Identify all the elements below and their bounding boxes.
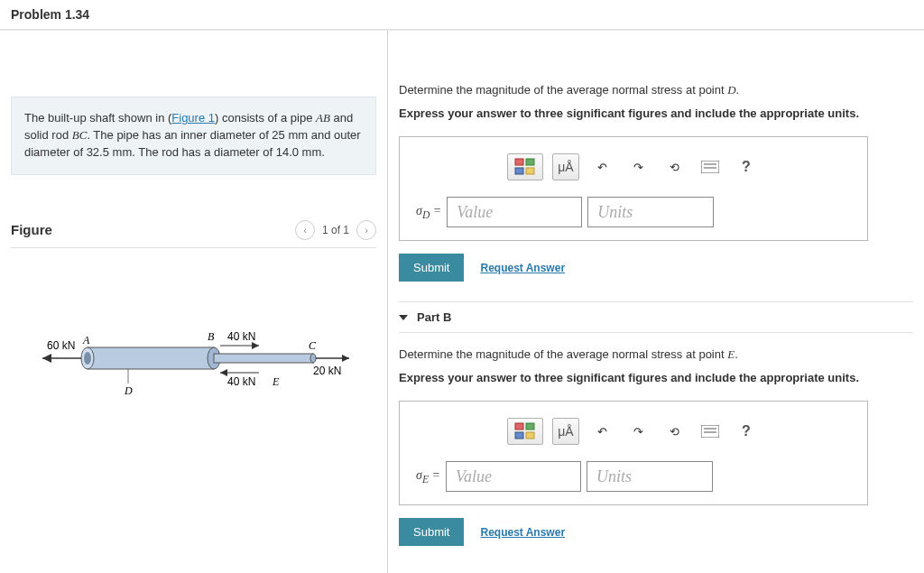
part-b-header[interactable]: Part B [399, 301, 913, 333]
svg-text:40 kN: 40 kN [227, 330, 255, 343]
template-icon[interactable] [507, 418, 543, 445]
svg-rect-27 [701, 161, 719, 173]
part-d-block: Determine the magnitude of the average n… [399, 47, 913, 282]
part-b-request-answer-link[interactable]: Request Answer [480, 526, 565, 539]
svg-text:40 kN: 40 kN [227, 375, 255, 388]
svg-rect-30 [515, 423, 523, 430]
template-icon[interactable] [507, 153, 543, 180]
left-pane: The built-up shaft shown in (Figure 1) c… [0, 31, 388, 573]
figure-title: Figure [11, 222, 52, 237]
part-d-instructions: Express your answer to three significant… [399, 106, 913, 120]
help-icon[interactable]: ? [733, 153, 760, 180]
figure-link[interactable]: Figure 1 [171, 111, 215, 125]
keyboard-icon[interactable] [697, 418, 724, 445]
pager-text: 1 of 1 [322, 224, 349, 236]
svg-text:B: B [208, 330, 215, 343]
problem-title: Problem 1.34 [11, 7, 89, 22]
label-60kn: 60 kN [47, 339, 75, 352]
part-b-submit-button[interactable]: Submit [399, 518, 464, 546]
figure-pager: ‹ 1 of 1 › [295, 220, 376, 240]
svg-point-3 [84, 352, 91, 365]
pager-prev-button[interactable]: ‹ [295, 220, 315, 240]
svg-marker-7 [42, 354, 51, 363]
svg-text:C: C [309, 339, 317, 352]
part-b-value-input[interactable]: Value [446, 461, 581, 492]
redo-icon[interactable]: ↷ [624, 418, 651, 445]
sigma-d-label: σD = [416, 204, 441, 221]
chevron-down-icon [399, 315, 408, 320]
svg-text:E: E [272, 375, 280, 388]
part-d-answer-row: σD = Value Units [416, 197, 851, 227]
problem-header: Problem 1.34 [0, 0, 924, 30]
svg-text:20 kN: 20 kN [313, 365, 341, 377]
svg-rect-33 [526, 432, 534, 439]
part-d-value-input[interactable]: Value [447, 197, 582, 227]
part-b-units-input[interactable]: Units [587, 461, 713, 492]
right-pane: Determine the magnitude of the average n… [388, 31, 924, 573]
svg-rect-31 [526, 423, 534, 430]
keyboard-icon[interactable] [697, 153, 724, 180]
svg-marker-18 [342, 355, 349, 362]
figure-header: Figure ‹ 1 of 1 › [11, 220, 376, 248]
svg-rect-4 [214, 354, 313, 363]
svg-rect-24 [526, 159, 534, 165]
svg-marker-14 [220, 369, 227, 376]
part-b-answer-box: μÅ ↶ ↷ ⟲ ? σE = Value Units [399, 401, 868, 505]
svg-rect-23 [515, 159, 523, 165]
svg-point-5 [310, 354, 316, 363]
pager-next-button[interactable]: › [356, 220, 376, 240]
part-b-prompt: Determine the magnitude of the average n… [399, 347, 913, 362]
svg-text:A: A [82, 334, 90, 347]
svg-marker-11 [252, 342, 259, 349]
svg-text:D: D [124, 384, 133, 397]
part-b-block: Determine the magnitude of the average n… [399, 347, 913, 546]
special-char-button[interactable]: μÅ [552, 418, 579, 445]
part-b-instructions: Express your answer to three significant… [399, 371, 913, 384]
part-d-request-answer-link[interactable]: Request Answer [480, 262, 565, 274]
svg-rect-34 [701, 425, 719, 438]
svg-rect-25 [515, 168, 523, 174]
part-d-units-input[interactable]: Units [587, 197, 714, 227]
undo-icon[interactable]: ↶ [588, 153, 615, 180]
problem-statement: The built-up shaft shown in (Figure 1) c… [11, 97, 376, 175]
part-b-toolbar: μÅ ↶ ↷ ⟲ ? [416, 418, 851, 445]
part-d-prompt: Determine the magnitude of the average n… [399, 83, 913, 97]
part-d-submit-button[interactable]: Submit [399, 254, 464, 282]
reset-icon[interactable]: ⟲ [661, 418, 688, 445]
part-d-toolbar: μÅ ↶ ↷ ⟲ ? [416, 153, 851, 180]
part-b-answer-row: σE = Value Units [416, 461, 851, 492]
svg-rect-0 [88, 347, 214, 369]
svg-rect-32 [515, 432, 523, 439]
part-d-answer-box: μÅ ↶ ↷ ⟲ ? σD = Value Units [399, 136, 868, 241]
svg-rect-26 [526, 168, 534, 174]
help-icon[interactable]: ? [733, 418, 760, 445]
part-b-label: Part B [417, 310, 451, 324]
special-char-button[interactable]: μÅ [552, 153, 579, 180]
sigma-e-label: σE = [416, 468, 440, 485]
reset-icon[interactable]: ⟲ [661, 153, 688, 180]
figure-diagram: 60 kN A B 40 kN 40 kN C 20 kN D E [11, 302, 372, 411]
undo-icon[interactable]: ↶ [588, 418, 615, 445]
redo-icon[interactable]: ↷ [624, 153, 651, 180]
